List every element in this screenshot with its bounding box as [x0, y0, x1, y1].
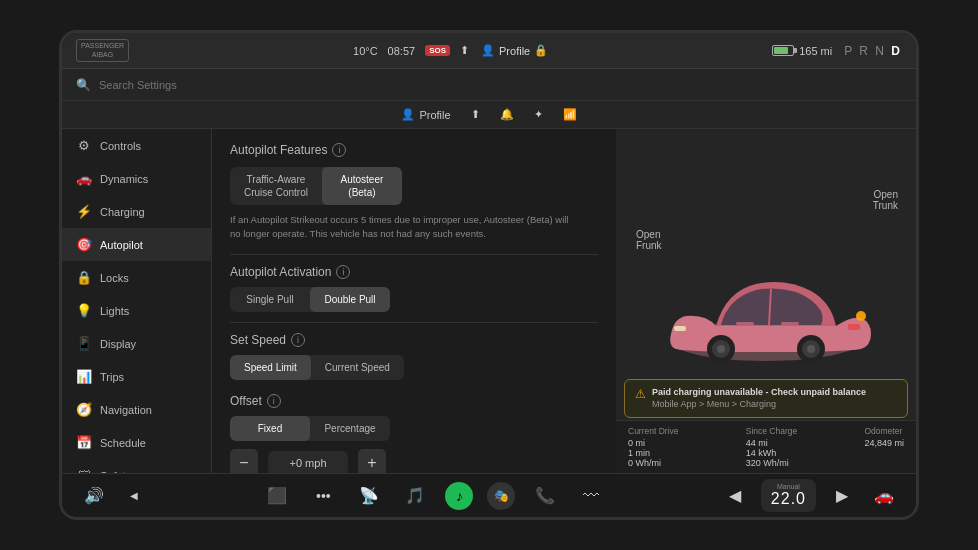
open-frunk-button[interactable]: Open Frunk: [636, 229, 662, 251]
battery-display: 165 mi: [772, 45, 832, 57]
nav-icon: 📡: [359, 486, 379, 505]
nav-button[interactable]: 📡: [353, 480, 385, 512]
profile-icon: 👤: [481, 44, 495, 57]
sidebar-item-controls[interactable]: ⚙ Controls: [62, 129, 211, 162]
speed-display: Manual 22.0: [761, 479, 816, 512]
upload-row-icon: ⬆: [471, 108, 480, 121]
svg-point-11: [856, 311, 866, 321]
locks-label: Locks: [100, 272, 129, 284]
svg-point-5: [717, 345, 725, 353]
traffic-aware-btn[interactable]: Traffic-Aware Cruise Control: [230, 167, 322, 205]
voice-icon: 🎵: [405, 486, 425, 505]
car-container: Open Frunk Open Trunk: [616, 129, 916, 473]
warning-icon: ⚠: [635, 387, 646, 401]
set-speed-title: Set Speed i: [230, 333, 598, 347]
sidebar-item-trips[interactable]: 📊 Trips: [62, 360, 211, 393]
offset-control: − +0 mph +: [230, 449, 598, 474]
search-bar: 🔍: [62, 69, 916, 101]
display-label: Display: [100, 338, 136, 350]
sidebar-item-autopilot[interactable]: 🎯 Autopilot: [62, 228, 211, 261]
current-speed-btn[interactable]: Current Speed: [311, 355, 404, 380]
upload-row-item[interactable]: ⬆: [471, 108, 480, 121]
sidebar-item-navigation[interactable]: 🧭 Navigation: [62, 393, 211, 426]
since-charge-kwh: 14 kWh: [746, 448, 798, 458]
sidebar-item-safety[interactable]: 🛡 Safety: [62, 459, 211, 473]
left-chevron-button[interactable]: ◀: [719, 480, 751, 512]
car-status-button[interactable]: 🚗: [868, 480, 900, 512]
more-button[interactable]: •••: [307, 480, 339, 512]
bluetooth-row-item[interactable]: ✦: [534, 108, 543, 121]
dynamics-label: Dynamics: [100, 173, 148, 185]
sidebar-item-charging[interactable]: ⚡ Charging: [62, 195, 211, 228]
volume-button[interactable]: 🔊: [78, 480, 110, 512]
volume-down-button[interactable]: ◀: [118, 480, 150, 512]
warning-main: Paid charging unavailable - Check unpaid…: [652, 386, 866, 399]
autopilot-activation-title: Autopilot Activation i: [230, 265, 598, 279]
warning-banner: ⚠ Paid charging unavailable - Check unpa…: [624, 379, 908, 418]
status-center: 10°C 08:57 SOS ⬆ 👤 Profile 🔒: [353, 44, 548, 57]
offset-info-icon[interactable]: i: [267, 394, 281, 408]
double-pull-btn[interactable]: Double Pull: [310, 287, 390, 312]
volume-icon: 🔊: [84, 486, 104, 505]
activation-info-icon[interactable]: i: [336, 265, 350, 279]
svg-rect-13: [781, 322, 799, 325]
set-speed-info-icon[interactable]: i: [291, 333, 305, 347]
lights-label: Lights: [100, 305, 129, 317]
spotify-button[interactable]: ♪: [445, 482, 473, 510]
fixed-btn[interactable]: Fixed: [230, 416, 310, 441]
offset-decrease-btn[interactable]: −: [230, 449, 258, 474]
set-speed-title-text: Set Speed: [230, 333, 286, 347]
profile-row-item[interactable]: 👤 Profile: [401, 108, 450, 121]
since-charge-efficiency: 320 Wh/mi: [746, 458, 798, 468]
display-icon: 📱: [76, 336, 92, 351]
sidebar-item-dynamics[interactable]: 🚗 Dynamics: [62, 162, 211, 195]
offset-title: Offset i: [230, 394, 598, 408]
charging-label: Charging: [100, 206, 145, 218]
status-left: PASSENGER AIBAG: [76, 39, 129, 62]
sidebar-item-lights[interactable]: 💡 Lights: [62, 294, 211, 327]
current-drive-stat: Current Drive 0 mi 1 min 0 Wh/mi: [628, 426, 679, 468]
percentage-btn[interactable]: Percentage: [310, 416, 390, 441]
svg-rect-10: [848, 324, 860, 330]
autosteer-btn[interactable]: Autosteer (Beta): [322, 167, 402, 205]
svg-rect-12: [736, 322, 754, 325]
signal-row-item[interactable]: 📶: [563, 108, 577, 121]
music-button[interactable]: 🎭: [487, 482, 515, 510]
upload-icon: ⬆: [460, 44, 469, 57]
dynamics-icon: 🚗: [76, 171, 92, 186]
search-icon: 🔍: [76, 78, 91, 92]
features-info-icon[interactable]: i: [332, 143, 346, 157]
taskbar-left: 🔊 ◀: [78, 480, 150, 512]
speed-value: 22.0: [771, 490, 806, 508]
open-trunk-button[interactable]: Open Trunk: [873, 189, 898, 211]
features-title-text: Autopilot Features: [230, 143, 327, 157]
profile-button[interactable]: 👤 Profile 🔒: [481, 44, 548, 57]
divider-1: [230, 254, 598, 255]
media-button[interactable]: ⬛: [261, 480, 293, 512]
single-pull-btn[interactable]: Single Pull: [230, 287, 310, 312]
sidebar-item-locks[interactable]: 🔒 Locks: [62, 261, 211, 294]
signal-icon: 📶: [563, 108, 577, 121]
prnd-r: R: [859, 44, 875, 58]
autopilot-features-title: Autopilot Features i: [230, 143, 598, 157]
odometer-miles: 24,849 mi: [864, 438, 904, 448]
prnd-d: D: [891, 44, 902, 58]
since-charge-stat: Since Charge 44 mi 14 kWh 320 Wh/mi: [746, 426, 798, 468]
speed-limit-btn[interactable]: Speed Limit: [230, 355, 311, 380]
bell-row-item[interactable]: 🔔: [500, 108, 514, 121]
activation-title-text: Autopilot Activation: [230, 265, 331, 279]
right-chevron-button[interactable]: ▶: [826, 480, 858, 512]
bluetooth-icon: ✦: [534, 108, 543, 121]
phone-button[interactable]: 📞: [529, 480, 561, 512]
sos-badge[interactable]: SOS: [425, 45, 450, 56]
voice-button[interactable]: 🎵: [399, 480, 431, 512]
sidebar-item-schedule[interactable]: 📅 Schedule: [62, 426, 211, 459]
schedule-icon: 📅: [76, 435, 92, 450]
current-drive-miles: 0 mi: [628, 438, 679, 448]
offset-increase-btn[interactable]: +: [358, 449, 386, 474]
search-input[interactable]: [99, 79, 902, 91]
navigation-icon: 🧭: [76, 402, 92, 417]
vibrate-button[interactable]: 〰: [575, 480, 607, 512]
navigation-label: Navigation: [100, 404, 152, 416]
sidebar-item-display[interactable]: 📱 Display: [62, 327, 211, 360]
